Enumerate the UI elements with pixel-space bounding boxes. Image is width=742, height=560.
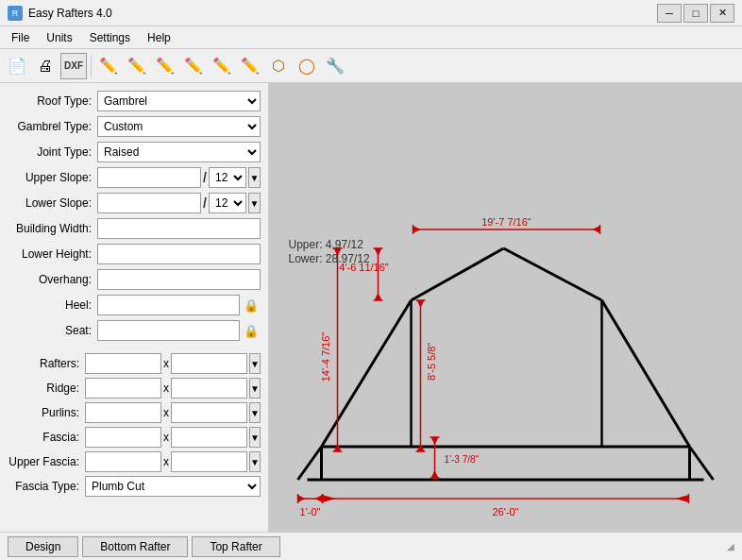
maximize-button[interactable]: □ [683,4,708,23]
toolbar-tool5[interactable]: ✏️ [209,53,235,79]
seat-control: 3 15/16" 🔒 [97,320,261,341]
toolbar-tool9[interactable]: 🔧 [322,53,348,79]
building-width-label: Building Width: [8,222,97,235]
roof-type-label: Roof Type: [8,94,97,108]
lower-slope-arrow[interactable]: ▼ [248,193,261,213]
fascia-row: Fascia: 1 1/2" x 5 1/2" ▼ [8,427,261,448]
menu-file[interactable]: File [4,29,37,46]
app-icon: R [8,6,23,21]
upper-slope-arrow[interactable]: ▼ [248,167,261,188]
toolbar-separator-1 [91,55,92,77]
roof-type-select[interactable]: Gambrel Gable Hip Shed [97,91,261,111]
fascia-dropdown[interactable]: ▼ [249,427,261,448]
design-button[interactable]: Design [8,536,78,557]
fascia-height[interactable]: 5 1/2" [171,427,247,448]
purlins-height[interactable]: 7 1/4" [171,402,247,423]
lower-slope-numerator[interactable]: 28.97 [97,193,201,213]
app-title: Easy Rafters 4.0 [28,7,112,20]
minimize-button[interactable]: ─ [657,4,682,23]
rafters-dropdown[interactable]: ▼ [249,353,261,374]
toolbar-tool1[interactable]: ✏️ [95,53,122,79]
joint-type-select[interactable]: Raised Flush Dropped [97,142,261,162]
joint-type-row: Joint Type: Raised Flush Dropped [8,142,261,162]
ridge-dropdown[interactable]: ▼ [249,378,261,399]
top-rafter-button[interactable]: Top Rafter [192,536,279,557]
ridge-width[interactable]: 1 1/2" [85,378,161,399]
upper-fascia-height[interactable]: 5 1/2" [171,451,247,472]
overhang-input[interactable]: 1'-0" [97,269,261,290]
fascia-type-label: Fascia Type: [8,480,85,493]
bottom-rafter-button[interactable]: Bottom Rafter [82,536,188,557]
seat-input[interactable]: 3 15/16" [97,320,240,341]
slope-slash-2: / [203,195,207,211]
gambrel-type-label: Gambrel Type: [8,120,97,133]
toolbar-tool2[interactable]: ✏️ [124,53,150,79]
ridge-height[interactable]: 7 1/4" [171,378,247,399]
lower-slope-label: Lower Slope: [8,196,97,210]
gambrel-type-select[interactable]: Custom Standard [97,116,261,137]
heel-row: Heel: 9 1/2" 🔒 [8,295,261,315]
window-controls[interactable]: ─ □ ✕ [657,4,734,23]
purlins-width[interactable]: 1 1/2" [85,402,161,423]
resize-handle: ◢ [727,541,734,552]
menu-help[interactable]: Help [140,29,178,46]
menu-units[interactable]: Units [39,29,79,46]
svg-text:19'-7 7/16": 19'-7 7/16" [481,216,531,228]
svg-text:1'-3 7/8": 1'-3 7/8" [445,454,480,465]
upper-fascia-row: Upper Fascia: 1 1/2" x 5 1/2" ▼ [8,451,261,472]
ridge-x: x [163,382,169,395]
roof-type-control: Gambrel Gable Hip Shed [97,91,261,111]
gambrel-type-control: Custom Standard [97,116,261,137]
toolbar-tool7[interactable]: ⬡ [265,53,292,79]
upper-slope-label: Upper Slope: [8,171,97,184]
toolbar-dxf[interactable]: DXF [60,53,87,79]
heel-control: 9 1/2" 🔒 [97,295,261,315]
rafters-label: Rafters: [8,357,85,370]
toolbar-tool4[interactable]: ✏️ [180,53,207,79]
upper-fascia-width[interactable]: 1 1/2" [85,451,161,472]
overhang-row: Overhang: 1'-0" [8,269,261,290]
upper-fascia-label: Upper Fascia: [8,455,85,468]
upper-fascia-dropdown[interactable]: ▼ [249,451,261,472]
menu-settings[interactable]: Settings [82,29,138,46]
joint-type-control: Raised Flush Dropped [97,142,261,162]
upper-slope-denominator[interactable]: 12 [209,167,246,188]
purlins-dropdown[interactable]: ▼ [249,402,261,423]
left-panel: Roof Type: Gambrel Gable Hip Shed Gambre… [0,83,269,532]
fascia-width[interactable]: 1 1/2" [85,427,161,448]
roof-diagram: 19'-7 7/16" 4'-6 11/16" 14'-4 7/16" [269,83,742,532]
fascia-control: 1 1/2" x 5 1/2" ▼ [85,427,261,448]
purlins-label: Purlins: [8,406,85,419]
fascia-type-select[interactable]: Plumb Cut Square Cut [85,476,261,497]
slope-slash-1: / [203,170,207,185]
form-divider [8,346,261,353]
toolbar-tool6[interactable]: ✏️ [237,53,263,79]
lower-slope-denominator[interactable]: 12 [209,193,246,213]
toolbar: 📄 🖨 DXF ✏️ ✏️ ✏️ ✏️ ✏️ ✏️ ⬡ ◯ 🔧 [0,49,742,83]
building-width-input[interactable]: 26'-0" [97,218,261,239]
heel-label: Heel: [8,298,97,312]
close-button[interactable]: ✕ [710,4,734,23]
main-content: Roof Type: Gambrel Gable Hip Shed Gambre… [0,83,742,532]
roof-type-row: Roof Type: Gambrel Gable Hip Shed [8,91,261,111]
fascia-x: x [163,431,169,444]
rafters-height[interactable]: 7 1/4" [171,353,247,374]
rafters-width[interactable]: 1 1/2" [85,353,161,374]
heel-input[interactable]: 9 1/2" [97,295,240,315]
toolbar-print[interactable]: 🖨 [32,53,59,79]
svg-text:26'-0": 26'-0" [492,506,518,518]
toolbar-tool8[interactable]: ◯ [294,53,320,79]
lower-height-input[interactable]: 8'-5 7/8" [97,244,261,264]
upper-slope-numerator[interactable]: 4.97 [97,167,201,188]
toolbar-new[interactable]: 📄 [4,53,30,79]
seat-label: Seat: [8,324,97,337]
lower-slope-row: Lower Slope: 28.97 / 12 ▼ [8,193,261,213]
heel-lock-icon[interactable]: 🔒 [242,295,261,315]
toolbar-tool3[interactable]: ✏️ [152,53,178,79]
purlins-x: x [163,406,169,419]
seat-row: Seat: 3 15/16" 🔒 [8,320,261,341]
svg-text:Lower: 28.97/12: Lower: 28.97/12 [289,252,370,265]
lower-height-row: Lower Height: 8'-5 7/8" [8,244,261,264]
seat-lock-icon[interactable]: 🔒 [242,320,261,341]
svg-text:14'-4 7/16": 14'-4 7/16" [320,332,331,382]
